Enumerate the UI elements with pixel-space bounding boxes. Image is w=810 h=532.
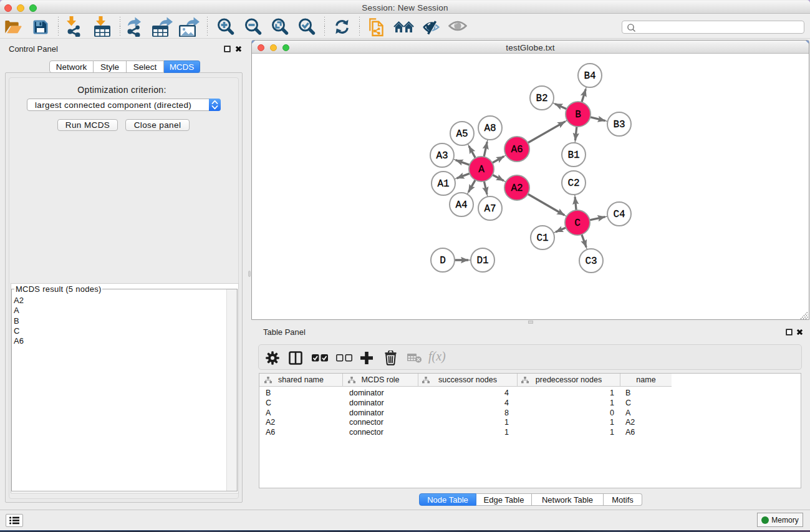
svg-text:B1: B1 <box>567 150 579 161</box>
svg-text:A: A <box>478 164 485 175</box>
svg-text:B4: B4 <box>584 70 595 82</box>
svg-text:D: D <box>440 255 446 266</box>
svg-text:C3: C3 <box>585 256 597 267</box>
svg-text:B2: B2 <box>536 93 547 104</box>
svg-text:D1: D1 <box>476 255 488 266</box>
svg-text:C: C <box>574 218 581 229</box>
svg-text:A6: A6 <box>511 144 523 155</box>
svg-text:B3: B3 <box>613 119 625 130</box>
svg-text:C2: C2 <box>567 178 579 189</box>
svg-text:A8: A8 <box>484 123 496 134</box>
svg-text:A5: A5 <box>456 128 468 140</box>
svg-text:A7: A7 <box>484 203 496 215</box>
svg-text:A3: A3 <box>436 150 448 162</box>
svg-text:A1: A1 <box>437 178 449 190</box>
svg-text:C4: C4 <box>613 209 625 220</box>
svg-text:B: B <box>575 109 581 120</box>
svg-text:C1: C1 <box>536 233 548 244</box>
svg-text:A2: A2 <box>511 183 523 194</box>
svg-text:A4: A4 <box>455 200 467 211</box>
